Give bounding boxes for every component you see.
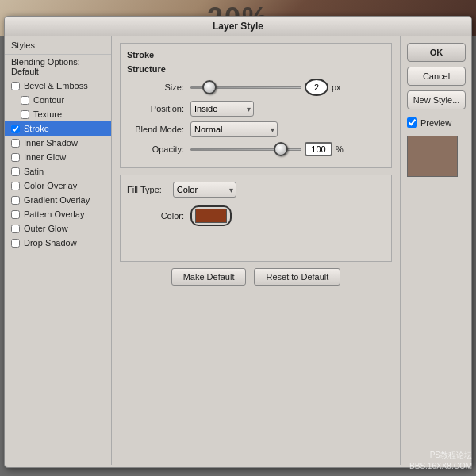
fill-type-select[interactable]: Color Gradient Pattern <box>173 182 236 198</box>
style-label-blending: Blending Options: Default <box>11 57 105 76</box>
style-label-drop-shadow: Drop Shadow <box>24 238 77 248</box>
style-item-color-overlay[interactable]: Color Overlay <box>5 178 111 193</box>
color-swatch-container[interactable] <box>190 205 232 226</box>
size-control: px <box>190 79 341 96</box>
ok-button[interactable]: OK <box>407 43 466 62</box>
style-label-bevel: Bevel & Emboss <box>24 81 88 90</box>
right-panel: OK Cancel New Style... Preview <box>400 36 471 465</box>
structure-title: Structure <box>127 64 385 74</box>
position-row: Position: Inside Outside Center <box>127 101 385 117</box>
style-item-blending[interactable]: Blending Options: Default <box>5 55 111 79</box>
dialog-title: Layer Style <box>5 17 471 36</box>
fill-header: Fill Type: Color Gradient Pattern <box>127 182 385 198</box>
preview-box <box>407 136 458 177</box>
bottom-buttons: Make Default Reset to Default <box>120 268 392 286</box>
fill-type-select-wrapper: Color Gradient Pattern <box>173 182 236 198</box>
position-select-wrapper: Inside Outside Center <box>190 101 254 117</box>
size-slider-track <box>190 86 301 89</box>
style-item-contour[interactable]: Contour <box>5 93 111 107</box>
style-label-inner-shadow: Inner Shadow <box>24 138 78 148</box>
opacity-unit: % <box>336 144 344 154</box>
blend-mode-select[interactable]: Normal Multiply Screen Overlay <box>190 121 278 137</box>
preview-checkbox[interactable] <box>407 117 417 128</box>
style-checkbox-outer-glow[interactable] <box>11 225 20 233</box>
style-label-color-overlay: Color Overlay <box>24 181 77 190</box>
styles-panel: Styles Blending Options: Default Bevel &… <box>5 36 112 465</box>
watermark-line1: PS教程论坛 <box>409 450 472 461</box>
style-label-stroke: Stroke <box>24 124 49 133</box>
style-checkbox-pattern-overlay[interactable] <box>11 210 20 219</box>
position-select[interactable]: Inside Outside Center <box>190 101 254 117</box>
style-checkbox-drop-shadow[interactable] <box>11 239 20 248</box>
dialog-body: Styles Blending Options: Default Bevel &… <box>5 36 471 465</box>
style-item-bevel[interactable]: Bevel & Emboss <box>5 79 111 93</box>
style-item-satin[interactable]: Satin <box>5 164 111 178</box>
position-control: Inside Outside Center <box>190 101 254 117</box>
styles-panel-header: Styles <box>5 36 111 55</box>
cancel-button[interactable]: Cancel <box>407 67 466 86</box>
stroke-section-title: Stroke <box>127 50 385 60</box>
opacity-slider-track <box>190 148 301 151</box>
size-label: Size: <box>127 83 190 92</box>
style-label-contour: Contour <box>33 95 64 105</box>
style-item-stroke[interactable]: Stroke <box>5 121 111 136</box>
color-label: Color: <box>127 211 190 221</box>
size-slider-thumb[interactable] <box>202 80 217 94</box>
style-label-inner-glow: Inner Glow <box>24 152 66 162</box>
watermark-line2: BBS.16XX8.COM <box>409 461 472 472</box>
preview-label-container: Preview <box>407 117 465 128</box>
style-checkbox-color-overlay[interactable] <box>11 182 20 190</box>
watermark: PS教程论坛 BBS.16XX8.COM <box>409 450 472 472</box>
stroke-section: Stroke Structure Size: px <box>120 43 392 168</box>
blend-mode-label: Blend Mode: <box>127 125 190 134</box>
style-label-gradient-overlay: Gradient Overlay <box>24 195 90 205</box>
style-item-gradient-overlay[interactable]: Gradient Overlay <box>5 193 111 207</box>
blend-mode-control: Normal Multiply Screen Overlay <box>190 121 278 137</box>
fill-type-label: Fill Type: <box>127 185 168 194</box>
size-row: Size: px <box>127 79 385 96</box>
style-checkbox-inner-glow[interactable] <box>11 153 20 162</box>
style-label-satin: Satin <box>24 167 44 176</box>
style-checkbox-inner-shadow[interactable] <box>11 139 20 148</box>
opacity-row: Opacity: % <box>127 142 385 156</box>
style-item-pattern-overlay[interactable]: Pattern Overlay <box>5 207 111 221</box>
style-item-texture[interactable]: Texture <box>5 107 111 121</box>
layer-style-dialog: Layer Style Styles Blending Options: Def… <box>4 16 472 468</box>
style-item-drop-shadow[interactable]: Drop Shadow <box>5 236 111 250</box>
fill-section: Fill Type: Color Gradient Pattern Color: <box>120 175 392 262</box>
style-item-inner-shadow[interactable]: Inner Shadow <box>5 136 111 150</box>
make-default-button[interactable]: Make Default <box>171 268 247 286</box>
style-label-pattern-overlay: Pattern Overlay <box>24 209 84 219</box>
opacity-label: Opacity: <box>127 144 190 154</box>
preview-label: Preview <box>420 118 451 128</box>
style-checkbox-texture[interactable] <box>21 110 29 119</box>
style-checkbox-stroke[interactable] <box>11 125 20 133</box>
size-slider-container[interactable] <box>190 81 301 94</box>
style-checkbox-gradient-overlay[interactable] <box>11 196 20 205</box>
new-style-button[interactable]: New Style... <box>407 90 466 109</box>
position-label: Position: <box>127 104 190 113</box>
opacity-control: % <box>190 142 344 156</box>
color-swatch[interactable] <box>195 209 227 223</box>
style-item-inner-glow[interactable]: Inner Glow <box>5 150 111 164</box>
size-unit: px <box>332 83 341 92</box>
style-checkbox-contour[interactable] <box>21 96 29 105</box>
style-checkbox-satin[interactable] <box>11 167 20 176</box>
opacity-slider-container[interactable] <box>190 143 301 155</box>
size-input[interactable] <box>305 79 328 96</box>
style-item-outer-glow[interactable]: Outer Glow <box>5 221 111 236</box>
style-label-outer-glow: Outer Glow <box>24 224 68 233</box>
opacity-slider-thumb[interactable] <box>274 142 288 156</box>
reset-to-default-button[interactable]: Reset to Default <box>254 268 340 286</box>
style-checkbox-bevel[interactable] <box>11 82 20 90</box>
content-area: Stroke Structure Size: px <box>112 36 400 465</box>
blend-mode-select-wrapper: Normal Multiply Screen Overlay <box>190 121 278 137</box>
style-label-texture: Texture <box>33 109 62 119</box>
blend-mode-row: Blend Mode: Normal Multiply Screen Overl… <box>127 121 385 137</box>
color-row: Color: <box>127 205 385 226</box>
opacity-input[interactable] <box>305 142 332 156</box>
